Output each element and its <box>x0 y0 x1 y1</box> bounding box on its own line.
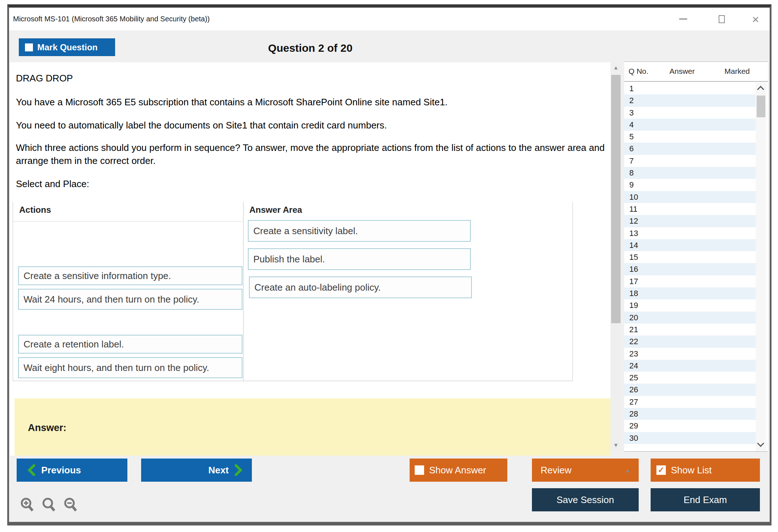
question-list-row[interactable]: 30 <box>624 432 756 444</box>
actions-underline <box>13 221 243 221</box>
previous-label: Previous <box>41 465 81 476</box>
question-list-row[interactable]: 3 <box>624 107 756 119</box>
question-list-row[interactable]: 12 <box>624 215 756 227</box>
chevron-right-icon <box>234 464 242 476</box>
zoom-in-icon[interactable] <box>19 497 36 514</box>
question-list: 1234567891011121314151617181920212223242… <box>624 83 756 444</box>
review-label: Review <box>541 465 571 476</box>
column-divider <box>243 202 244 381</box>
question-list-row[interactable]: 26 <box>624 384 756 396</box>
question-list-row[interactable]: 16 <box>624 263 756 275</box>
drag-drop-exhibit: Actions Answer Area Create a sensitivity… <box>13 202 573 381</box>
minimize-icon <box>679 18 687 20</box>
question-paragraph: You need to automatically label the docu… <box>16 119 387 132</box>
zoom-toolbar <box>19 497 79 514</box>
question-paragraph: You have a Microsoft 365 E5 subscription… <box>16 96 448 109</box>
answer-highlight-area: Answer: <box>14 398 610 456</box>
question-list-row[interactable]: 25 <box>624 372 756 384</box>
question-list-row[interactable]: 27 <box>624 396 756 408</box>
question-type-label: DRAG DROP <box>16 72 73 85</box>
action-item[interactable]: Create a retention label. <box>18 335 242 354</box>
question-list-row[interactable]: 8 <box>624 167 756 179</box>
question-list-row[interactable]: 6 <box>624 143 756 155</box>
save-session-button[interactable]: Save Session <box>532 488 639 511</box>
question-list-row[interactable]: 1 <box>624 83 756 94</box>
show-answer-button[interactable]: Show Answer <box>410 459 507 482</box>
show-list-button[interactable]: ✓ Show List <box>651 459 760 482</box>
column-header-qno: Q No. <box>629 67 648 76</box>
zoom-reset-icon[interactable] <box>41 497 58 514</box>
minimize-button[interactable] <box>675 8 692 30</box>
show-list-checkbox[interactable]: ✓ <box>656 465 666 475</box>
select-and-place-label: Select and Place: <box>16 177 89 190</box>
chevron-left-icon <box>28 464 35 476</box>
close-button[interactable]: × <box>747 8 764 30</box>
question-list-scrollbar[interactable] <box>756 83 766 451</box>
window-title: Microsoft MS-101 (Microsoft 365 Mobility… <box>13 8 210 30</box>
action-item[interactable]: Wait eight hours, and then turn on the p… <box>18 357 242 378</box>
question-list-row[interactable]: 17 <box>624 275 756 287</box>
content-scrollbar[interactable]: ▲ ▼ <box>610 62 621 451</box>
answer-label: Answer: <box>28 422 67 434</box>
show-list-label: Show List <box>671 465 712 476</box>
answer-area-item[interactable]: Create a sensitivity label. <box>248 220 471 242</box>
column-header-answer: Answer <box>664 67 700 76</box>
end-exam-button[interactable]: End Exam <box>651 488 760 511</box>
question-list-row[interactable]: 20 <box>624 312 756 324</box>
close-icon: × <box>752 13 759 25</box>
answer-area-item[interactable]: Create an auto-labeling policy. <box>249 276 472 298</box>
question-list-row[interactable]: 21 <box>624 324 756 335</box>
question-paragraph: Which three actions should you perform i… <box>16 141 606 167</box>
answer-area-item[interactable]: Publish the label. <box>248 248 471 270</box>
review-button[interactable]: Review ▲ <box>532 459 639 482</box>
actions-column-header: Actions <box>19 205 51 215</box>
zoom-out-icon[interactable] <box>63 497 79 514</box>
question-list-row[interactable]: 22 <box>624 335 756 347</box>
scroll-up-icon[interactable]: ▲ <box>610 64 621 71</box>
exam-window: Microsoft MS-101 (Microsoft 365 Mobility… <box>7 4 771 525</box>
scrollbar-thumb[interactable] <box>611 75 621 323</box>
action-item[interactable]: Create a sensitive information type. <box>18 266 242 285</box>
question-list-row[interactable]: 9 <box>624 179 756 191</box>
end-exam-label: End Exam <box>684 494 727 506</box>
question-content-area: DRAG DROP You have a Microsoft 365 E5 su… <box>10 62 610 456</box>
title-bar: Microsoft MS-101 (Microsoft 365 Mobility… <box>9 8 770 30</box>
question-list-row[interactable]: 29 <box>624 420 756 432</box>
show-answer-label: Show Answer <box>429 465 486 476</box>
question-list-row[interactable]: 2 <box>624 94 756 106</box>
question-list-row[interactable]: 5 <box>624 131 756 143</box>
question-list-row[interactable]: 23 <box>624 348 756 360</box>
question-list-row[interactable]: 13 <box>624 227 756 239</box>
scrollbar-thumb[interactable] <box>757 96 765 117</box>
action-item[interactable]: Wait 24 hours, and then turn on the poli… <box>18 289 242 310</box>
question-list-row[interactable]: 10 <box>624 191 756 203</box>
scroll-down-icon[interactable]: ▼ <box>610 442 621 449</box>
scroll-down-icon[interactable] <box>757 440 764 447</box>
maximize-button[interactable] <box>713 8 730 30</box>
question-list-row[interactable]: 4 <box>624 119 756 131</box>
question-list-row[interactable]: 28 <box>624 408 756 420</box>
question-list-row[interactable]: 24 <box>624 360 756 372</box>
question-list-header: Q No. Answer Marked <box>624 62 768 82</box>
triangle-up-icon: ▲ <box>625 467 631 474</box>
save-session-label: Save Session <box>557 494 614 506</box>
previous-button[interactable]: Previous <box>17 459 127 482</box>
question-list-row[interactable]: 18 <box>624 287 756 299</box>
answer-area-column-header: Answer Area <box>249 205 302 215</box>
next-button[interactable]: Next <box>141 459 252 482</box>
question-list-panel: Q No. Answer Marked 12345678910111213141… <box>624 62 768 452</box>
question-list-row[interactable]: 14 <box>624 239 756 251</box>
question-list-row[interactable]: 7 <box>624 155 756 167</box>
next-label: Next <box>208 465 229 476</box>
question-counter: Question 2 of 20 <box>10 42 610 54</box>
scroll-up-icon[interactable] <box>757 86 764 93</box>
question-list-row[interactable]: 15 <box>624 251 756 263</box>
show-answer-checkbox[interactable] <box>415 465 424 475</box>
column-header-marked: Marked <box>719 67 755 76</box>
question-list-row[interactable]: 19 <box>624 299 756 311</box>
maximize-icon <box>719 15 725 23</box>
question-list-row[interactable]: 11 <box>624 203 756 215</box>
